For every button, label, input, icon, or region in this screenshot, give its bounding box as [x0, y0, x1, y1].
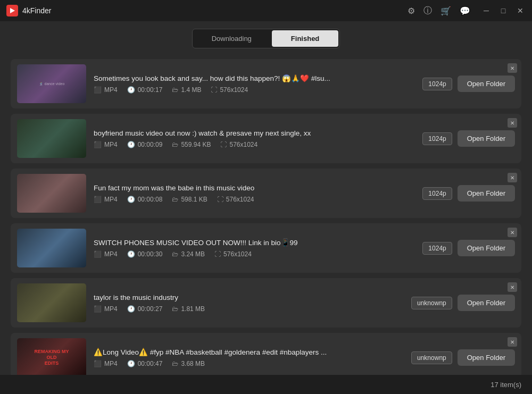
dimensions-icon: ⛶: [211, 86, 217, 94]
app-logo: [6, 5, 18, 16]
folder-icon: 🗁: [172, 305, 178, 313]
video-thumbnail: [17, 174, 86, 213]
quality-badge: 1024p: [422, 187, 452, 200]
duration-info: 🕐 00:00:17: [127, 86, 163, 94]
quality-badge: 1024p: [422, 132, 452, 145]
format-label: MP4: [104, 250, 118, 258]
video-title: taylor is the music industry: [94, 294, 404, 301]
tab-finished[interactable]: Finished: [272, 30, 338, 47]
remove-button[interactable]: ✕: [508, 282, 517, 292]
size-info: 🗁 1.4 MB: [172, 86, 201, 94]
app-branding: 4kFinder: [6, 5, 51, 16]
remove-button[interactable]: ✕: [508, 228, 517, 237]
video-title: Fun fact my mom was the babe in this mus…: [94, 184, 415, 192]
size-label: 3.24 MB: [181, 250, 205, 258]
remove-button[interactable]: ✕: [508, 173, 517, 182]
video-item: ✕ boyfriend music video out now :) watch…: [11, 114, 521, 163]
duration-info: 🕐 00:00:47: [127, 360, 163, 367]
remove-button[interactable]: ✕: [508, 63, 517, 73]
format-label: MP4: [104, 196, 118, 203]
size-info: 🗁 559.94 KB: [172, 141, 211, 148]
minimize-button[interactable]: ─: [481, 5, 492, 16]
size-label: 559.94 KB: [181, 141, 211, 148]
video-actions: 1024p Open Folder: [422, 240, 515, 256]
cart-icon[interactable]: 🛒: [440, 6, 451, 16]
resolution-label: 576x1024: [226, 196, 254, 203]
clock-icon: 🕐: [127, 86, 135, 94]
dimensions-icon: ⛶: [220, 141, 227, 148]
video-meta: ⬛ MP4 🕐 00:00:08 🗁 598.1 KB ⛶ 576x1024: [94, 196, 415, 203]
video-meta: ⬛ MP4 🕐 00:00:27 🗁 1.81 MB: [94, 305, 404, 313]
duration-info: 🕐 00:00:30: [127, 250, 163, 258]
format-icon: ⬛: [94, 86, 102, 94]
folder-icon: 🗁: [172, 141, 178, 148]
format-label: MP4: [104, 305, 118, 313]
resolution-label: 576x1024: [220, 86, 248, 94]
video-info: SWITCH PHONES MUSIC VIDEO OUT NOW!!! Lin…: [94, 238, 415, 258]
video-item: ✕ taylor is the music industry ⬛ MP4 🕐 0…: [11, 278, 521, 328]
maximize-button[interactable]: □: [498, 5, 509, 16]
app-title: 4kFinder: [22, 6, 51, 15]
duration-label: 00:00:47: [138, 360, 163, 367]
folder-icon: 🗁: [172, 86, 178, 94]
svg-marker-0: [10, 8, 15, 13]
format-label: MP4: [104, 360, 118, 367]
tab-downloading[interactable]: Downloading: [193, 29, 271, 48]
video-meta: ⬛ MP4 🕐 00:00:09 🗁 559.94 KB ⛶ 576x1024: [94, 141, 415, 148]
size-label: 1.4 MB: [181, 86, 201, 94]
format-info: ⬛ MP4: [94, 250, 118, 258]
video-info: taylor is the music industry ⬛ MP4 🕐 00:…: [94, 294, 404, 313]
video-actions: unknownp Open Folder: [411, 349, 515, 366]
duration-info: 🕐 00:00:08: [127, 196, 163, 203]
video-thumbnail: REMAKING MYOLDEDITS: [17, 338, 86, 375]
title-bar-controls: ⚙ ⓘ 🛒 💬 ─ □ ✕: [408, 5, 526, 16]
info-icon[interactable]: ⓘ: [423, 5, 432, 16]
clock-icon: 🕐: [127, 305, 135, 313]
format-icon: ⬛: [94, 305, 102, 313]
item-count: 17 item(s): [491, 381, 521, 389]
chat-icon[interactable]: 💬: [460, 6, 470, 16]
video-thumbnail: [17, 119, 86, 158]
format-info: ⬛ MP4: [94, 86, 118, 94]
video-thumbnail: [17, 229, 86, 267]
dimensions-icon: ⛶: [217, 196, 223, 203]
open-folder-button[interactable]: Open Folder: [458, 130, 515, 147]
resolution-info: ⛶ 576x1024: [211, 86, 248, 94]
duration-label: 00:00:27: [138, 305, 163, 313]
tab-group: Downloading Finished: [192, 29, 340, 48]
video-title: Sometimes you look back and say... how d…: [94, 74, 415, 82]
duration-label: 00:00:08: [138, 196, 163, 203]
video-title: boyfriend music video out now :) watch &…: [94, 129, 415, 137]
size-info: 🗁 3.24 MB: [172, 250, 205, 258]
duration-label: 00:00:09: [138, 141, 163, 148]
video-actions: unknownp Open Folder: [411, 295, 515, 311]
video-actions: 1024p Open Folder: [422, 76, 515, 92]
format-label: MP4: [104, 86, 118, 94]
open-folder-button[interactable]: Open Folder: [458, 295, 515, 311]
open-folder-button[interactable]: Open Folder: [458, 76, 515, 92]
clock-icon: 🕐: [127, 196, 135, 203]
video-info: Sometimes you look back and say... how d…: [94, 74, 415, 94]
duration-info: 🕐 00:00:27: [127, 305, 163, 313]
video-item: ✕ 🕺 dance video Sometimes you look back …: [11, 59, 521, 108]
remove-button[interactable]: ✕: [508, 337, 517, 347]
resolution-info: ⛶ 576x1024: [217, 196, 254, 203]
open-folder-button[interactable]: Open Folder: [458, 240, 515, 256]
size-info: 🗁 598.1 KB: [172, 196, 207, 203]
quality-badge: unknownp: [411, 351, 452, 364]
settings-icon[interactable]: ⚙: [408, 6, 415, 16]
close-button[interactable]: ✕: [515, 5, 526, 16]
format-icon: ⬛: [94, 196, 102, 203]
video-info: Fun fact my mom was the babe in this mus…: [94, 184, 415, 203]
format-icon: ⬛: [94, 360, 102, 367]
resolution-label: 576x1024: [229, 141, 257, 148]
video-meta: ⬛ MP4 🕐 00:00:17 🗁 1.4 MB ⛶ 576x1024: [94, 86, 415, 94]
quality-badge: unknownp: [411, 297, 452, 309]
format-info: ⬛ MP4: [94, 360, 118, 367]
video-thumbnail: [17, 283, 86, 322]
window-controls: ─ □ ✕: [481, 5, 526, 16]
folder-icon: 🗁: [172, 250, 178, 258]
open-folder-button[interactable]: Open Folder: [458, 185, 515, 202]
open-folder-button[interactable]: Open Folder: [458, 349, 515, 366]
remove-button[interactable]: ✕: [508, 118, 517, 128]
